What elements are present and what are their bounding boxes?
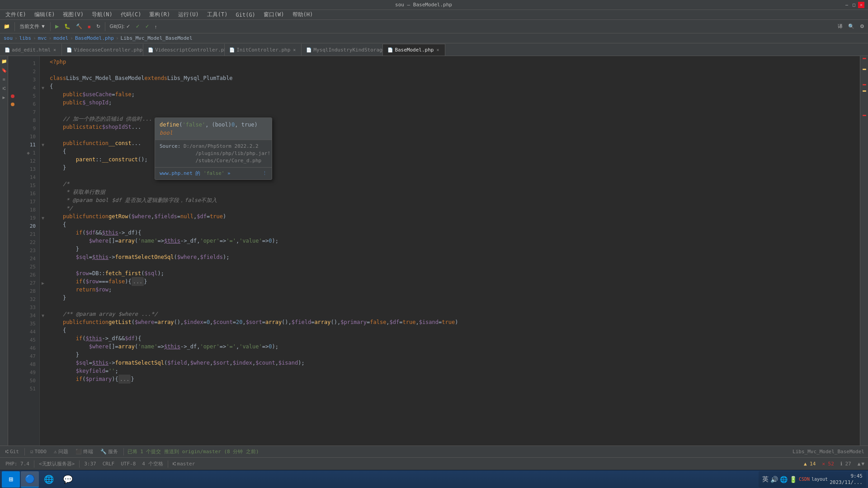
taskbar-phpstorm[interactable]: 🔵 (21, 471, 39, 488)
breadcrumb-project[interactable]: sou (4, 35, 13, 41)
tab-videoscript[interactable]: 📄 VideoscriptController.php × (143, 44, 225, 56)
side-icon-run[interactable]: ▶ (1, 94, 7, 100)
tray-network-icon[interactable]: 🌐 (780, 476, 788, 483)
menu-view[interactable]: 视图(V) (59, 10, 87, 19)
issues-btn[interactable]: ⚠ 问题 (52, 447, 70, 456)
tab-videocase[interactable]: 📄 VideocaseController.php × (62, 44, 143, 56)
popup-link[interactable]: www.php.net 的 'false' » ⋮ (155, 167, 272, 179)
toolbar-stop[interactable]: ■ (86, 22, 93, 32)
tab-close-init[interactable]: × (292, 47, 297, 53)
tab-icon-add-edit: 📄 (5, 47, 10, 52)
popup-more-icon[interactable]: ⋮ (262, 169, 267, 178)
breakpoint-5[interactable] (11, 94, 14, 98)
menu-help[interactable]: 帮助(H) (289, 10, 317, 19)
status-bar: PHP: 7.4 <无默认服务器> 3:37 CRLF UTF-8 4 个空格 … (0, 457, 868, 470)
scroll-up-icon[interactable]: ▲ (858, 461, 861, 467)
tray-sound-icon[interactable]: 🔊 (770, 476, 778, 483)
start-button[interactable]: ⊞ (2, 471, 20, 488)
php-version-text: PHP: 7.4 (5, 461, 29, 467)
toolbar-check[interactable]: ✓ (134, 22, 142, 32)
menu-window[interactable]: 窗口(W) (260, 10, 288, 19)
menu-bar: 文件(E) 编辑(E) 视图(V) 导航(N) 代码(C) 重构(R) 运行(U… (0, 10, 868, 20)
toolbar-build[interactable]: 🔨 (74, 22, 84, 32)
tab-basemodel[interactable]: 📄 BaseModel.php × (383, 44, 445, 56)
breadcrumb-mvc[interactable]: mvc (38, 35, 47, 41)
tray-time[interactable]: 9:45 2023/11/... (830, 473, 863, 486)
menu-navigate[interactable]: 导航(N) (88, 10, 116, 19)
todo-bottom-btn[interactable]: ☑ TODO (28, 448, 48, 455)
taskbar-wechat[interactable]: 💬 (59, 471, 77, 488)
toolbar-debug[interactable]: 🐛 (62, 22, 72, 32)
close-button[interactable]: ✕ (858, 2, 864, 8)
wechat-icon: 💬 (63, 474, 73, 484)
tab-add-edit[interactable]: 📄 add_edit.html × (0, 44, 62, 56)
tab-close-basemodel[interactable]: × (435, 47, 440, 53)
side-icon-project[interactable]: 📁 (1, 58, 7, 64)
breadcrumb-class[interactable]: Libs_Mvc_Model_BaseModel (121, 35, 193, 41)
code-line-50: $keyfield = ''; (50, 367, 856, 375)
menu-tools[interactable]: 工具(T) (203, 10, 231, 19)
toolbar-current-file[interactable]: 当前文件 ▼ (18, 22, 47, 32)
code-line-23: $where[] = array('name' => $this->_df, '… (50, 237, 856, 245)
taskbar-chrome[interactable]: 🌐 (40, 471, 58, 488)
terminal-label: 终端 (83, 448, 93, 455)
code-line-5: public $useCache = false; (50, 90, 856, 99)
breakpoint-6[interactable] (11, 103, 14, 106)
code-line-28: if ($row === false) {...} (50, 277, 856, 286)
breakpoint-gutter (8, 56, 17, 446)
tray-keyboard-icon[interactable]: 英 (762, 475, 769, 483)
breadcrumb-file[interactable]: BaseModel.php (75, 35, 114, 41)
code-line-47: $where[] = array('name' => $this->_df, '… (50, 343, 856, 351)
code-line-25: $sql = $this->formatSelectOneSql($where,… (50, 253, 856, 261)
bottom-panel: ⑆ Git ☑ TODO ⚠ 问题 ⬛ 终端 🔧 服务 已将 1 个提交 推送到… (0, 446, 868, 457)
toolbar-check2[interactable]: ✓ (143, 22, 151, 32)
toolbar-translate[interactable]: 译 (836, 22, 844, 32)
menu-edit[interactable]: 编辑(E) (31, 10, 59, 19)
tab-init[interactable]: 📄 InitController.php × (225, 44, 302, 56)
breadcrumb-libs[interactable]: libs (19, 35, 32, 41)
editor-layout: 📁 🔖 ≡ ⑆ ▶ 1 2 3 4 5 6 7 8 9 10 11 (0, 56, 868, 446)
side-icon-structure[interactable]: ≡ (1, 76, 7, 82)
tab-mysql[interactable]: 📄 MysqlIndustryKindStorage.php × (302, 44, 383, 56)
menu-git[interactable]: Git(G) (232, 11, 259, 19)
code-line-7 (50, 107, 856, 115)
menu-run[interactable]: 运行(U) (175, 10, 203, 19)
git-bottom-btn[interactable]: ⑆ Git (4, 448, 21, 455)
branch-icon: ⑆ (173, 461, 176, 467)
code-line-46: if ($this->_df && $df) { (50, 334, 856, 343)
tray-battery-icon[interactable]: 🔋 (789, 476, 797, 483)
windows-icon: ⊞ (9, 475, 13, 483)
code-line-18: * @param bool $df 是否加入逻辑删除字段，false不加入 (50, 196, 856, 204)
scroll-warning-marker-1 (863, 69, 866, 70)
minimize-button[interactable]: — (844, 2, 850, 8)
breadcrumb-model[interactable]: model (53, 35, 68, 41)
toolbar-recent-files[interactable]: 📁 (2, 22, 12, 32)
toolbar-git-commit[interactable]: Git(G): ✓ (108, 22, 132, 32)
tray-csdn-icon[interactable]: CSDN (799, 477, 810, 482)
scroll-down-icon[interactable]: ▼ (861, 461, 864, 467)
server-text: <无默认服务器> (39, 460, 75, 467)
tab-bar: 📄 add_edit.html × 📄 VideocaseController.… (0, 43, 868, 56)
window-title: sou – BaseModel.php (4, 2, 844, 8)
vcs-branch-status[interactable]: ⑆ master (171, 460, 197, 468)
maximize-button[interactable]: □ (851, 2, 857, 8)
popup-header: define('false', (bool)0, true) bool (155, 118, 272, 140)
menu-code[interactable]: 代码(C) (117, 10, 145, 19)
menu-refactor[interactable]: 重构(R) (146, 10, 174, 19)
code-line-20: public function getRow($where, $fields =… (50, 212, 856, 221)
scroll-warning-marker-2 (863, 90, 866, 92)
toolbar-push[interactable]: ↑ (153, 22, 159, 32)
tab-label-videocase: VideocaseController.php (74, 47, 142, 53)
code-editor[interactable]: <?php class Libs_Mvc_Model_BaseModel ext… (46, 56, 860, 446)
tray-layout-icon[interactable]: layout (811, 477, 828, 482)
side-icon-bookmark[interactable]: 🔖 (1, 67, 7, 73)
toolbar-search[interactable]: 🔍 (846, 22, 856, 32)
toolbar-run[interactable]: ▶ (53, 22, 61, 32)
tab-close-add-edit[interactable]: × (52, 47, 57, 53)
services-btn[interactable]: 🔧 服务 (99, 447, 120, 456)
toolbar-settings[interactable]: ⚙ (858, 22, 866, 32)
side-icon-git[interactable]: ⑆ (1, 85, 7, 91)
toolbar-update[interactable]: ↻ (94, 22, 102, 32)
terminal-btn[interactable]: ⬛ 终端 (74, 447, 95, 456)
menu-file[interactable]: 文件(E) (2, 10, 30, 19)
